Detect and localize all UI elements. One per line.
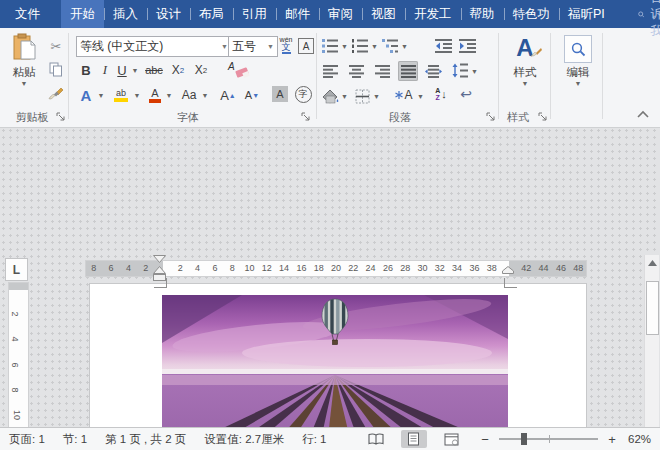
tab-6[interactable]: 邮件 — [276, 0, 319, 28]
tell-me-box[interactable]: 告诉我 — [628, 0, 660, 28]
tab-1[interactable]: 开始 — [61, 0, 104, 28]
status-setting-value[interactable]: 设置值: 2.7厘米 — [195, 432, 293, 447]
line-spacing-button[interactable] — [450, 60, 470, 80]
zoom-slider-thumb[interactable] — [521, 433, 527, 445]
tab-9[interactable]: 开发工 — [405, 0, 461, 28]
zoom-slider-track[interactable] — [499, 438, 598, 440]
read-mode-button[interactable] — [363, 430, 389, 448]
styles-dropdown-arrow[interactable]: ▼ — [522, 80, 529, 87]
tab-file[interactable]: 文件 — [0, 0, 55, 28]
tab-8[interactable]: 视图 — [362, 0, 405, 28]
decrease-indent-button[interactable] — [432, 36, 454, 56]
tab-stop-selector[interactable]: L — [5, 258, 28, 281]
styles-dialog-launcher[interactable] — [538, 112, 548, 122]
print-layout-button[interactable] — [401, 430, 427, 448]
tab-4[interactable]: 布局 — [190, 0, 233, 28]
font-color-button[interactable]: A — [146, 85, 164, 105]
text-effects-dropdown[interactable]: ▼ — [96, 85, 106, 105]
status-section[interactable]: 节: 1 — [54, 432, 96, 447]
align-center-button[interactable] — [346, 61, 366, 81]
line-spacing-dropdown[interactable]: ▼ — [470, 61, 479, 81]
bullets-dropdown[interactable]: ▼ — [340, 36, 349, 56]
paragraph-dialog-launcher[interactable] — [486, 112, 496, 122]
first-line-indent-marker[interactable] — [153, 255, 166, 263]
vertical-scrollbar[interactable] — [644, 255, 659, 450]
hanging-indent-marker[interactable] — [153, 266, 166, 274]
multilevel-dropdown[interactable]: ▼ — [400, 36, 409, 56]
align-right-button[interactable] — [372, 61, 392, 81]
strikethrough-button[interactable]: abc — [142, 60, 166, 80]
phonetic-guide-button[interactable]: wén文 — [276, 35, 296, 55]
shading-dropdown[interactable]: ▼ — [340, 86, 349, 106]
grow-font-button[interactable]: A▲ — [218, 85, 238, 105]
zoom-level[interactable]: 62% — [619, 433, 660, 445]
ruler-number: 4 — [10, 337, 20, 342]
tab-7[interactable]: 审阅 — [319, 0, 362, 28]
web-layout-button[interactable] — [439, 430, 465, 448]
zoom-out-button[interactable]: − — [478, 432, 492, 447]
character-border-button[interactable]: A — [298, 36, 314, 56]
underline-dropdown[interactable]: ▼ — [130, 60, 140, 80]
bold-button[interactable]: B — [78, 60, 94, 80]
right-indent-marker[interactable] — [502, 266, 514, 274]
multilevel-list-button[interactable] — [380, 36, 400, 56]
font-family-combo[interactable]: 等线 (中文正文)▼ — [76, 36, 232, 57]
highlight-button[interactable]: ab — [110, 85, 132, 105]
align-left-button[interactable] — [320, 61, 340, 81]
shrink-font-button[interactable]: A▼ — [242, 85, 262, 105]
font-color-dropdown[interactable]: ▼ — [164, 85, 174, 105]
scrollbar-thumb[interactable] — [646, 281, 659, 335]
increase-indent-button[interactable] — [456, 36, 478, 56]
borders-button[interactable] — [352, 86, 372, 106]
tab-10[interactable]: 帮助 — [461, 0, 504, 28]
subscript-button[interactable]: X2 — [168, 60, 188, 80]
scroll-up-button[interactable] — [645, 255, 659, 271]
vertical-ruler[interactable]: 2468101214161820 — [8, 282, 29, 450]
left-indent-marker[interactable] — [153, 274, 166, 281]
change-case-button[interactable]: Aa — [178, 85, 200, 105]
asian-layout-dropdown[interactable]: ▼ — [416, 86, 425, 106]
zoom-in-button[interactable]: + — [605, 432, 619, 447]
status-page-count[interactable]: 第 1 页 , 共 2 页 — [96, 432, 195, 447]
tab-12[interactable]: 福昕PI — [559, 0, 614, 28]
styles-button[interactable]: A 样式 ▼ — [502, 33, 548, 87]
shading-button[interactable] — [320, 86, 340, 106]
cut-button[interactable]: ✂ — [46, 36, 66, 56]
numbering-button[interactable] — [350, 36, 370, 56]
tab-11[interactable]: 特色功 — [504, 0, 560, 28]
numbering-dropdown[interactable]: ▼ — [370, 36, 379, 56]
tab-2[interactable]: 插入 — [104, 0, 147, 28]
change-case-dropdown[interactable]: ▼ — [200, 85, 210, 105]
clipboard-dialog-launcher[interactable] — [56, 112, 66, 122]
italic-button[interactable]: I — [98, 60, 112, 80]
text-effects-button[interactable]: A — [76, 85, 96, 105]
distribute-button[interactable] — [422, 61, 444, 81]
status-line-number[interactable]: 行: 1 — [293, 432, 335, 447]
underline-button[interactable]: U — [114, 60, 130, 80]
highlight-dropdown[interactable]: ▼ — [132, 85, 142, 105]
font-dialog-launcher[interactable] — [301, 112, 311, 122]
copy-button[interactable] — [46, 59, 66, 79]
paste-button[interactable]: 粘贴 ▼ — [4, 33, 44, 87]
enclose-characters-button[interactable]: 字 — [293, 84, 313, 104]
collapse-ribbon-chevron[interactable] — [636, 110, 650, 119]
bullets-button[interactable] — [320, 36, 340, 56]
ruler-left-margin — [86, 261, 163, 276]
clear-formatting-button[interactable]: A — [226, 59, 250, 79]
character-shading-button[interactable]: A — [270, 84, 290, 104]
tab-3[interactable]: 设计 — [147, 0, 190, 28]
tab-5[interactable]: 引用 — [233, 0, 276, 28]
sort-button[interactable]: AZ ↓ — [430, 84, 452, 104]
status-page-number[interactable]: 页面: 1 — [0, 432, 54, 447]
format-painter-button[interactable] — [46, 83, 66, 103]
show-marks-button[interactable]: ↩ — [456, 84, 476, 104]
paste-dropdown-arrow[interactable]: ▼ — [21, 80, 28, 87]
justify-button[interactable] — [398, 61, 418, 81]
asian-layout-button[interactable]: A — [392, 85, 416, 105]
editing-button[interactable]: 编辑 ▼ — [556, 33, 600, 87]
borders-dropdown[interactable]: ▼ — [372, 86, 381, 106]
font-size-combo[interactable]: 五号▼ — [228, 36, 278, 57]
editing-dropdown-arrow[interactable]: ▼ — [575, 80, 582, 87]
margin-crop-mark-right — [504, 278, 517, 288]
superscript-button[interactable]: X2 — [191, 60, 211, 80]
